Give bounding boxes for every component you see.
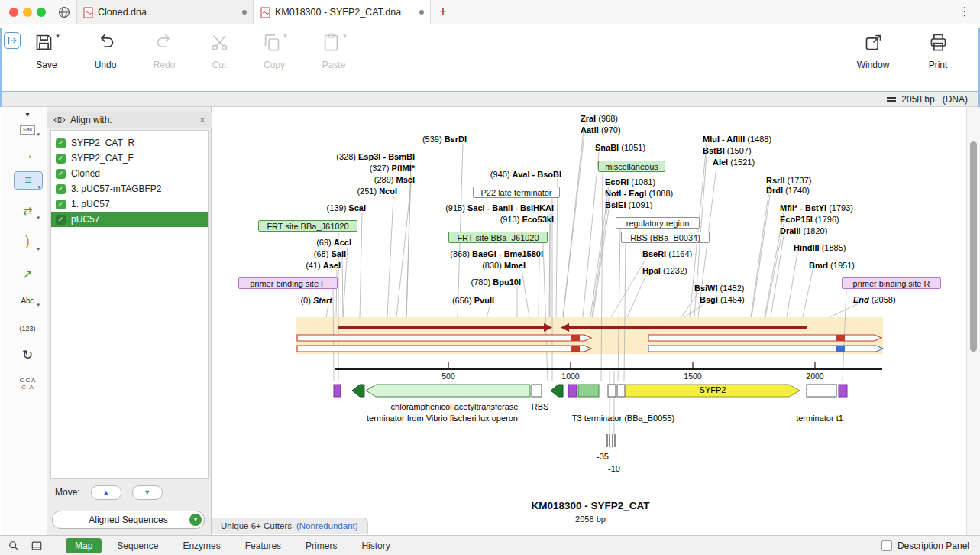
checkbox-icon[interactable]: ✓ <box>56 200 66 209</box>
sequence-length: 2058 bp <box>901 94 934 105</box>
align-item[interactable]: ✓pUC57 <box>51 212 208 227</box>
enzyme-site-label: SnaBI (1051) <box>595 143 645 153</box>
align-item[interactable]: ✓SYFP2_CAT_F <box>51 151 208 166</box>
rna-structure-tool-icon[interactable]: )▾ <box>14 232 41 251</box>
align-item[interactable]: ✓3. pUC57-mTAGBFP2 <box>51 181 208 196</box>
paste-button[interactable]: ▾ Paste <box>309 31 358 84</box>
scrollbar-thumb[interactable] <box>970 141 977 352</box>
checkbox-icon[interactable]: ✓ <box>56 169 66 179</box>
feature-tag[interactable]: RBS (BBa_B0034) <box>621 232 710 243</box>
feature-tag[interactable]: P22 late terminator <box>473 187 560 198</box>
feature-tag[interactable]: regulatory region <box>616 217 700 229</box>
save-icon <box>34 32 54 56</box>
enzyme-site-label: (656) PvuII <box>452 296 494 306</box>
bottom-bar: MapSequenceEnzymesFeaturesPrimersHistory… <box>0 535 980 555</box>
sidebar-toggle-button[interactable] <box>4 32 21 49</box>
feature-label: chloramphenicol acetyltransferase <box>391 402 519 411</box>
feature-label: terminator t1 <box>796 414 843 423</box>
description-panel-label: Description Panel <box>898 540 969 551</box>
tab-history[interactable]: History <box>352 538 399 553</box>
enzyme-site-label: (327) PflMI* <box>370 164 415 174</box>
map-canvas[interactable]: KM018300 - SYFP2_CAT 2058 bp Unique 6+ C… <box>212 107 966 535</box>
feature-tag[interactable]: miscellaneous <box>598 161 665 172</box>
primer-tool-icon[interactable]: ↗ <box>14 266 41 283</box>
copy-icon <box>261 32 282 56</box>
tab-sequence[interactable]: Sequence <box>108 538 167 553</box>
window-button[interactable]: Window <box>849 31 898 84</box>
toolbar: ▾ Save Undo Redo Cut ▾ Copy ▾ Paste Wind… <box>0 24 980 91</box>
codon-tool-icon[interactable]: C C AC–A <box>14 376 41 392</box>
enzyme-site-label: End (2058) <box>853 295 896 305</box>
chevron-down-icon: ▾ <box>283 32 287 40</box>
feature-label: T3 terminator (BBa_B0055) <box>572 414 675 423</box>
undo-button[interactable]: Undo <box>81 31 130 84</box>
close-icon[interactable]: × <box>199 114 205 126</box>
checkbox-icon[interactable]: ✓ <box>56 215 66 225</box>
align-item[interactable]: ✓SYFP2_CAT_R <box>51 135 208 151</box>
checkbox-icon[interactable]: ✓ <box>56 184 66 194</box>
feature-tag[interactable]: FRT site BBa_J61020 <box>258 220 357 232</box>
align-panel-title: Align with: <box>70 115 199 125</box>
numbering-tool-icon[interactable]: (123) <box>14 324 41 335</box>
vertical-scrollbar[interactable] <box>966 107 980 535</box>
aligned-sequences-dropdown[interactable]: Aligned Sequences ▾ <box>52 511 205 529</box>
align-item[interactable]: ✓Cloned <box>51 166 208 181</box>
new-tab-button[interactable]: + <box>432 0 454 24</box>
description-panel-checkbox[interactable] <box>881 540 892 551</box>
globe-icon[interactable] <box>58 6 70 18</box>
text-tool-icon[interactable]: Abc▾ <box>14 295 41 307</box>
close-window-button[interactable] <box>9 8 18 17</box>
zoom-window-button[interactable] <box>37 8 46 17</box>
redo-button[interactable]: Redo <box>140 31 189 84</box>
checkbox-icon[interactable]: ✓ <box>56 154 66 164</box>
enzyme-site-label: (289) MscI <box>374 175 415 185</box>
copy-button[interactable]: ▾ Copy <box>250 31 299 84</box>
enzyme-site-label: (539) BsrDI <box>422 135 467 144</box>
feature-tag[interactable]: primer binding site F <box>238 278 338 289</box>
overflow-menu-button[interactable]: ⋮ <box>957 0 972 24</box>
eye-icon[interactable] <box>53 113 66 127</box>
tab-cloned-dna[interactable]: Cloned.dna <box>76 0 254 24</box>
feature-tag[interactable]: FRT site BBa_J61020 <box>448 232 548 243</box>
dropdown-value: Aligned Sequences <box>89 514 167 525</box>
cut-button[interactable]: Cut <box>195 31 244 84</box>
minimize-window-button[interactable] <box>23 8 32 17</box>
document-icon <box>260 7 270 18</box>
status-strip: 2058 bp (DNA) <box>2 92 978 107</box>
chevron-down-icon: ▾ <box>37 131 40 138</box>
collapse-arrow-icon[interactable]: ▾ <box>14 109 41 120</box>
restriction-site-tool-icon[interactable]: SalI▾ <box>14 119 41 136</box>
feature-tag[interactable]: primer binding site R <box>842 278 941 289</box>
move-up-button[interactable]: ▲ <box>91 485 121 500</box>
enzyme-site-label: RsrII (1737) <box>766 176 811 186</box>
rotate-tool-icon[interactable]: ↻ <box>14 347 41 365</box>
alignment-tool-icon[interactable]: ≡▾ <box>14 171 43 190</box>
search-icon[interactable] <box>5 538 23 553</box>
enzyme-site-label: DraIII (1820) <box>780 226 827 236</box>
enzyme-site-label: BsgI (1464) <box>700 295 745 305</box>
undo-icon <box>95 32 116 56</box>
align-item[interactable]: ✓1. pUC57 <box>51 196 208 212</box>
tab-label: Cloned.dna <box>98 7 239 18</box>
tab-km018300-syfp2-cat-dna[interactable]: KM018300 - SYFP2_CAT.dna <box>254 0 431 24</box>
enzyme-site-label: MluI - AflIII (1488) <box>703 135 771 144</box>
move-down-button[interactable]: ▼ <box>132 485 163 500</box>
tab-features[interactable]: Features <box>236 538 290 553</box>
tab-primers[interactable]: Primers <box>296 538 346 553</box>
redo-icon <box>154 32 175 56</box>
chevron-down-icon: ▾ <box>37 215 40 221</box>
ruler-tick-label: 1000 <box>559 372 582 381</box>
translate-tool-icon[interactable]: ⇄▾ <box>14 203 41 219</box>
enzyme-site-label: MflI* - BstYI (1793) <box>780 203 853 213</box>
tab-map[interactable]: Map <box>66 538 102 553</box>
print-button[interactable]: Print <box>914 31 962 84</box>
save-button[interactable]: ▾ Save <box>22 31 71 84</box>
main-content: ▾SalI▾→≡▾⇄▾)▾↗Abc▾(123)↻C C AC–A Align w… <box>0 107 980 535</box>
tab-enzymes[interactable]: Enzymes <box>173 538 229 553</box>
enzyme-site-label: (139) ScaI <box>327 203 366 213</box>
checkbox-icon[interactable]: ✓ <box>56 138 66 148</box>
feature-arrow-tool-icon[interactable]: → <box>14 147 41 164</box>
sequence-type: (DNA) <box>943 94 968 105</box>
panel-toggle-icon[interactable] <box>27 538 46 553</box>
align-item-label: 1. pUC57 <box>71 199 110 209</box>
